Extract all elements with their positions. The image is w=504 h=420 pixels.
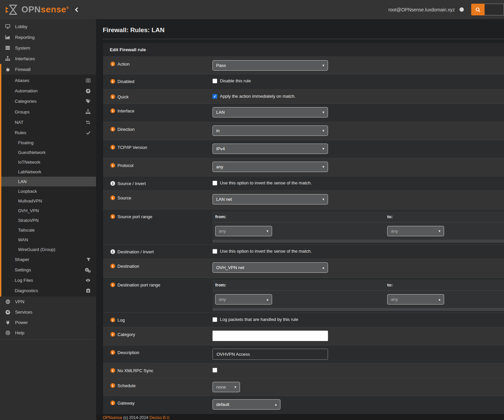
sidebar-item-firewall[interactable]: Firewall — [1, 64, 96, 75]
direction-select[interactable]: in▾ — [213, 125, 328, 136]
sidebar-item-groups[interactable]: Groups — [1, 106, 96, 117]
sidebar-item-interfaces[interactable]: Interfaces — [0, 53, 96, 64]
description-input[interactable] — [213, 349, 328, 360]
field-label: Source — [117, 195, 131, 200]
form-label-cell: iQuick — [103, 90, 213, 103]
brand-text: OPNsense® — [21, 4, 69, 15]
sidebar-item-automation[interactable]: Automation — [1, 86, 96, 96]
sidebar-item-nat[interactable]: NAT — [1, 117, 96, 128]
sidebar-item-shaper[interactable]: Shaper — [1, 254, 96, 265]
schedule-select[interactable]: none▾ — [213, 382, 240, 392]
no-xmlrpc-sync-checkbox[interactable] — [213, 368, 217, 372]
form-label-cell: iNo XMLRPC Sync — [103, 363, 213, 378]
sidebar-item-help[interactable]: Help — [0, 328, 96, 338]
form-label-cell: iAction — [103, 57, 213, 74]
search-input[interactable] — [485, 4, 504, 15]
sidebar-item-lobby[interactable]: Lobby — [0, 21, 96, 32]
sidebar-item-tailscale[interactable]: Tailscale — [1, 225, 96, 235]
selected-value: default — [216, 402, 229, 407]
source-select[interactable]: LAN net▾ — [213, 194, 328, 204]
tcp-ip-version-select[interactable]: IPv4▾ — [213, 144, 328, 154]
gateway-select[interactable]: default▴ — [213, 399, 280, 410]
sidebar-item-ovh-vpn[interactable]: OVH_VPN — [1, 206, 96, 216]
sidebar-item-reporting[interactable]: Reporting — [0, 32, 96, 43]
sidebar-section-vpn: VPN — [0, 297, 96, 307]
life-ring-icon — [5, 330, 11, 335]
medkit-icon — [86, 288, 91, 293]
sidebar-item-aliases[interactable]: Aliases — [1, 75, 96, 86]
field-label: Source port range — [117, 214, 152, 219]
exchange-icon — [85, 120, 91, 125]
destination-select[interactable]: OVH_VPN net▴ — [213, 262, 328, 273]
category-input[interactable] — [213, 331, 328, 341]
destination-port-range-table: from:to:any▴any▴ — [213, 280, 504, 311]
opnsense-footer-link[interactable]: OPNsense — [103, 415, 122, 420]
opnsense-logo[interactable]: OPNsense® — [0, 4, 84, 15]
sidebar-item-stratovpn[interactable]: StratoVPN — [1, 216, 96, 225]
form-field-cell: none▾ — [213, 379, 504, 396]
sidebar-item-system[interactable]: System — [0, 43, 96, 53]
sidebar-section-services: Services — [0, 307, 96, 317]
sidebar-item-lan[interactable]: LAN — [1, 177, 96, 186]
form-row-interface: iInterfaceLAN▾ — [103, 103, 504, 122]
deciso-footer-link[interactable]: Deciso B.V. — [149, 415, 170, 420]
sidebar-section-interfaces: Interfaces — [0, 53, 96, 64]
from-port-select[interactable]: any▾ — [215, 226, 272, 236]
quick-checkbox[interactable]: ✓ — [213, 94, 217, 99]
checkbox-label: Apply the action immediately on match. — [220, 94, 296, 99]
sidebar-item-log-files[interactable]: Log Files — [1, 275, 96, 285]
gears-icon — [85, 267, 91, 272]
search-button[interactable] — [471, 4, 485, 15]
sidebar-item-diagnostics[interactable]: Diagnostics — [1, 285, 96, 296]
port-range-body: any▾any▾ — [213, 223, 504, 240]
info-icon: i — [110, 350, 115, 355]
sidebar-item-rules[interactable]: Rules — [1, 128, 96, 138]
sidebar-item-services[interactable]: Services — [0, 307, 96, 317]
sidebar-item-floating[interactable]: Floating — [1, 138, 96, 148]
from-port-select[interactable]: any▴ — [215, 294, 272, 305]
sidebar-item-vpn[interactable]: VPN — [0, 297, 96, 307]
sidebar-item-power[interactable]: Power — [0, 317, 96, 328]
chevron-up-icon: ▴ — [266, 297, 268, 302]
to-port-select[interactable]: any▴ — [387, 294, 444, 305]
protocol-select[interactable]: any▾ — [213, 162, 328, 172]
form-row-action: iActionPass▾ — [103, 57, 504, 74]
horizontal-scrollbar[interactable] — [213, 240, 504, 243]
info-icon: i — [110, 163, 115, 168]
sidebar-item-categories[interactable]: Categories — [1, 96, 96, 106]
sidebar-subitem-label: Aliases — [15, 78, 86, 83]
from-column: any▾ — [215, 226, 387, 236]
chevron-down-icon: ▾ — [322, 147, 324, 151]
form-row-destination: iDestinationOVH_VPN net▴ — [103, 259, 504, 277]
sidebar-item-wireguard-group[interactable]: WireGuard (Group) — [1, 245, 96, 254]
destination-invert-checkbox[interactable] — [213, 249, 217, 254]
sidebar-item-settings[interactable]: Settings — [1, 265, 96, 275]
to-port-select[interactable]: any▾ — [387, 226, 444, 236]
sidebar-item-labnetwork[interactable]: LabNetwork — [1, 167, 96, 177]
disabled-checkbox[interactable] — [213, 79, 217, 83]
action-select[interactable]: Pass▾ — [213, 60, 328, 71]
sidebar-section-help: Help — [0, 328, 96, 338]
form-label-cell: iTCP/IP Version — [103, 140, 213, 158]
sidebar-item-guestnetwork[interactable]: GuestNetwork — [1, 148, 96, 157]
selected-value: IPv4 — [216, 146, 225, 151]
source-invert-checkbox[interactable] — [213, 181, 217, 185]
form-label-cell: iSource port range — [103, 209, 213, 244]
selected-value: none — [216, 385, 226, 390]
globe-icon — [5, 299, 11, 304]
sidebar-item-wan[interactable]: WAN — [1, 235, 96, 245]
form-field-cell: Pass▾ — [213, 57, 504, 74]
sidebar-item-loopback[interactable]: Loopback — [1, 186, 96, 196]
form-row-tcp-ip-version: iTCP/IP VersionIPv4▾ — [103, 140, 504, 158]
sidebar-submenu-firewall: AliasesAutomationCategoriesGroupsNATRule… — [1, 75, 96, 297]
interface-select[interactable]: LAN▾ — [213, 107, 328, 117]
log-checkbox[interactable] — [213, 317, 217, 322]
sidebar-item-mullvadvpn[interactable]: MullvadVPN — [1, 196, 96, 206]
sidebar-item-iotnetwork[interactable]: IoTNetwork — [1, 157, 96, 167]
sidebar-collapse-icon[interactable] — [75, 7, 78, 12]
footer: OPNsense (c) 2014-2024 Deciso B.V. — [96, 414, 504, 420]
horizontal-scrollbar[interactable] — [213, 308, 504, 311]
search-icon — [475, 7, 481, 12]
form-label-cell: iDescription — [103, 345, 213, 363]
info-icon: i — [110, 145, 115, 150]
